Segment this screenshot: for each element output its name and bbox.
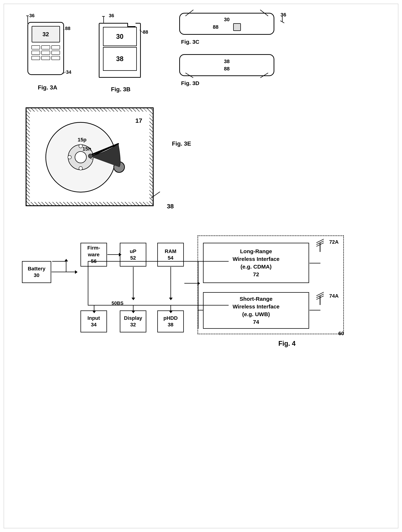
svg-point-10	[88, 154, 93, 158]
arrow-bus-wireless	[184, 283, 198, 284]
fig3b-container: 36 30 38 88	[91, 11, 150, 93]
bus-top-line	[88, 261, 229, 262]
fig3e-17-label: 17	[135, 117, 142, 124]
fig3a-keypad-label: 34	[66, 69, 71, 75]
fig3e-15p-label: 15p	[78, 137, 87, 143]
arrow-bus-input	[94, 305, 94, 311]
long-range-block: Long-Range Wireless Interface (e.g. CDMA…	[203, 243, 309, 283]
fig3e-label-area: Fig. 3E	[172, 140, 191, 147]
fig3d-group: 38 88 Fig. 3D	[179, 54, 289, 86]
fig3c-label: Fig. 3C	[181, 39, 289, 45]
fig3d-label: Fig. 3D	[181, 80, 289, 86]
fig3d-top-label: 38	[224, 58, 230, 64]
fig3b-bottom-label: 38	[116, 55, 123, 63]
fig3c-top-label: 30	[224, 17, 230, 23]
display-block: Display 32	[120, 310, 146, 332]
short-range-block: Short-Range Wireless Interface (e.g. UWB…	[203, 292, 309, 329]
fig3a-screen-label: 32	[42, 31, 49, 38]
input-block: Input 34	[81, 310, 107, 332]
dashed-label: 60	[338, 331, 344, 336]
wireless-vertical-line	[198, 261, 198, 329]
firmware-block: Firm- ware 56	[81, 243, 107, 266]
svg-point-2	[75, 152, 87, 163]
fig3e-label: Fig. 3E	[172, 140, 191, 147]
svg-line-14	[316, 239, 324, 243]
arrow-to-antenna72	[309, 263, 320, 263]
fig3c-bottom-label: 88	[213, 24, 218, 30]
fig4-label: Fig. 4	[183, 340, 391, 347]
arrow-horiz-bat	[52, 261, 66, 262]
bus-vertical-line	[88, 261, 88, 305]
arrow-fw-up	[107, 254, 119, 255]
wireless-h-bottom	[198, 310, 203, 310]
fig3e-38-label: 38	[167, 203, 174, 210]
fig3c-chip-label: 36	[281, 12, 286, 18]
svg-point-4	[79, 166, 82, 170]
svg-line-18	[316, 292, 324, 296]
fig3b-connector-label: 88	[143, 29, 148, 35]
top-row: 36 88 32	[18, 11, 391, 93]
middle-row: 15p 15h 17 38 Fig. 3E	[25, 108, 391, 206]
arrow-bus-display	[133, 305, 133, 311]
antenna-72a-label: 72A	[329, 239, 339, 245]
antenna-74a-label: 74A	[329, 293, 339, 299]
svg-point-3	[79, 144, 82, 148]
fig3e-hdd: 15p 15h 17 38	[25, 108, 154, 206]
fig3a-container: 36 88 32	[18, 11, 77, 91]
fig3b-antenna-label: 36	[109, 13, 114, 19]
fig4-area: Battery 30 50BS Firm- ware 56	[18, 224, 391, 347]
arrow-bus-phdd	[170, 305, 171, 311]
uP-block: uP 52	[120, 243, 146, 266]
fig3c-group: 30 88 36 Fig. 3C	[179, 13, 289, 45]
arrow-up-down	[133, 267, 133, 298]
arrow-bus-battery	[66, 261, 66, 272]
page-container: 36 88 32	[0, 0, 402, 532]
arrow-ram-down	[170, 267, 171, 298]
arrow-battery-right	[52, 272, 75, 272]
block-diagram: Battery 30 50BS Firm- ware 56	[18, 224, 384, 334]
arrow-to-antenna74	[309, 310, 320, 310]
fig3a-connector-label: 88	[65, 25, 70, 31]
fig3a-label: Fig. 3A	[38, 84, 57, 91]
fig3b-label: Fig. 3B	[111, 86, 131, 93]
fig3d-bottom-label: 88	[224, 66, 230, 72]
hdd-inner: 15p 15h 17	[30, 112, 149, 202]
ram-block: RAM 54	[157, 243, 184, 266]
hdd-svg	[30, 112, 149, 202]
svg-point-5	[68, 156, 71, 159]
phdd-block: pHDD 38	[157, 310, 184, 332]
fig3e-15h-label: 15h	[82, 146, 91, 152]
battery-block: Battery 30	[22, 261, 51, 283]
fig3b-top-label: 30	[116, 33, 123, 40]
hdd-outer-box: 15p 15h 17	[25, 108, 154, 206]
fig3a-antenna-label: 36	[29, 13, 35, 19]
bus-bottom-line	[88, 305, 229, 305]
